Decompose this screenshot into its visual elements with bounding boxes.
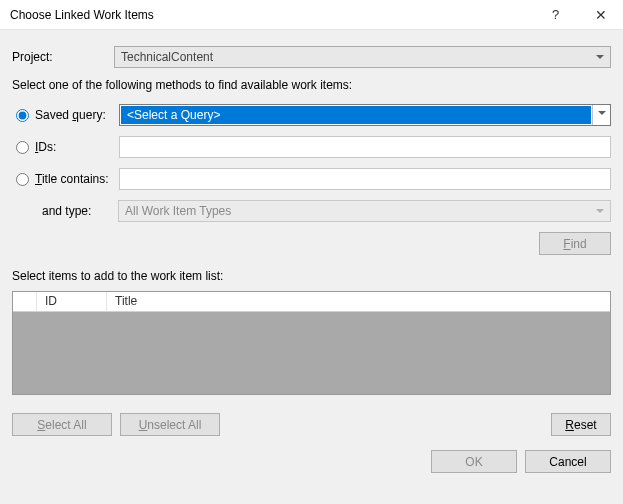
chevron-down-icon [596,55,604,59]
chevron-down-icon [596,209,604,213]
ok-button: OK [431,450,517,473]
select-all-button: Select All [12,413,112,436]
project-label: Project: [12,50,114,64]
grid-body [13,312,610,394]
chevron-down-icon [598,111,606,115]
col-checkbox[interactable] [13,292,37,311]
grid-header: ID Title [13,292,610,312]
project-dropdown[interactable]: TechnicalContent [114,46,611,68]
col-id[interactable]: ID [37,292,107,311]
unselect-all-button: Unselect All [120,413,220,436]
title-contains-label: Title contains: [35,172,119,186]
ids-radio[interactable] [16,141,29,154]
reset-button[interactable]: Reset [551,413,611,436]
ids-label: IDs: [35,140,119,154]
saved-query-label: Saved query: [35,108,119,122]
type-dropdown: All Work Item Types [118,200,611,222]
saved-query-radio[interactable] [16,109,29,122]
instruction-text: Select one of the following methods to f… [12,78,611,92]
find-button: Find [539,232,611,255]
results-grid[interactable]: ID Title [12,291,611,395]
title-contains-input[interactable] [119,168,611,190]
saved-query-dropdown[interactable]: <Select a Query> [119,104,611,126]
ids-input[interactable] [119,136,611,158]
cancel-button[interactable]: Cancel [525,450,611,473]
title-radio[interactable] [16,173,29,186]
close-button[interactable]: ✕ [578,0,623,30]
dialog-title: Choose Linked Work Items [10,8,533,22]
help-button[interactable]: ? [533,0,578,30]
and-type-label: and type: [34,204,118,218]
type-value: All Work Item Types [125,204,231,218]
select-items-label: Select items to add to the work item lis… [12,269,611,283]
titlebar: Choose Linked Work Items ? ✕ [0,0,623,30]
saved-query-value: <Select a Query> [121,106,591,124]
project-value: TechnicalContent [121,50,213,64]
dialog-body: Project: TechnicalContent Select one of … [0,30,623,485]
col-title[interactable]: Title [107,292,610,311]
